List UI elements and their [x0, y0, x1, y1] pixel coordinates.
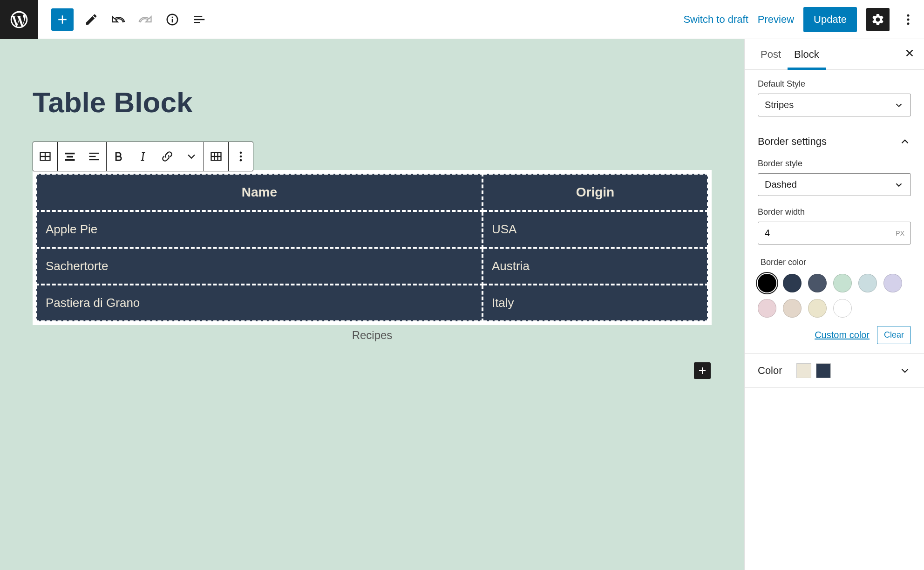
color-swatch-pink[interactable] [758, 299, 776, 318]
color-swatch-lightblue[interactable] [858, 274, 877, 292]
color-swatch-mint[interactable] [833, 274, 852, 292]
default-style-section: Default Style Stripes [745, 70, 924, 126]
settings-button[interactable] [866, 8, 890, 31]
kebab-icon [234, 150, 247, 163]
table-caption[interactable]: Recipes [33, 329, 712, 342]
border-settings-section: Border settings Border style Dashed Bord… [745, 126, 924, 354]
color-preview-bg [816, 363, 831, 378]
table-row: Sachertorte Austria [36, 248, 708, 285]
wordpress-icon [9, 9, 29, 30]
link-button[interactable] [155, 142, 179, 171]
chevron-down-icon [894, 180, 904, 190]
svg-line-17 [143, 153, 143, 160]
bold-button[interactable] [107, 142, 131, 171]
chevron-down-icon [185, 150, 198, 163]
color-preview-text [796, 363, 811, 378]
add-block-button[interactable] [51, 8, 74, 31]
svg-point-4 [907, 18, 910, 20]
table-cell[interactable]: Pastiera di Grano [36, 285, 482, 321]
info-icon [165, 13, 179, 27]
edit-table-button[interactable] [204, 142, 228, 171]
svg-point-22 [240, 152, 242, 154]
color-swatch-lavender[interactable] [883, 274, 902, 292]
border-settings-header[interactable]: Border settings [758, 136, 911, 148]
svg-rect-10 [67, 156, 73, 158]
align-button[interactable] [58, 142, 82, 171]
top-toolbar: Switch to draft Preview Update [0, 0, 924, 39]
table-cell[interactable]: Italy [482, 285, 708, 321]
update-button[interactable]: Update [803, 7, 857, 32]
link-icon [161, 150, 174, 163]
block-type-table-button[interactable] [33, 142, 57, 171]
border-style-label: Border style [758, 159, 911, 169]
gear-icon [871, 13, 885, 27]
table-cell[interactable]: Sachertorte [36, 248, 482, 285]
kebab-icon [901, 13, 915, 27]
page-title[interactable]: Table Block [33, 86, 712, 119]
svg-point-3 [907, 14, 910, 16]
clear-color-button[interactable]: Clear [877, 326, 911, 344]
close-icon [904, 48, 915, 58]
color-swatch-slate[interactable] [808, 274, 827, 292]
more-formatting-button[interactable] [179, 142, 204, 171]
color-swatch-black[interactable] [758, 274, 776, 292]
redo-button[interactable] [136, 10, 155, 29]
svg-rect-14 [89, 159, 99, 160]
color-swatch-darkblue[interactable] [783, 274, 802, 292]
table-icon [39, 150, 52, 163]
list-view-icon [192, 13, 206, 27]
custom-color-link[interactable]: Custom color [815, 330, 870, 340]
align-center-icon [63, 150, 76, 163]
align-left-icon [88, 150, 101, 163]
table-header-cell[interactable]: Origin [482, 174, 708, 211]
pencil-icon [84, 13, 98, 27]
undo-icon [111, 13, 125, 27]
default-style-value: Stripes [765, 100, 794, 110]
svg-rect-12 [89, 153, 99, 154]
text-align-button[interactable] [82, 142, 106, 171]
chevron-down-icon [899, 365, 911, 377]
italic-button[interactable] [131, 142, 155, 171]
more-options-button[interactable] [899, 10, 917, 29]
bold-icon [112, 150, 125, 163]
table-header-row: Name Origin [36, 174, 708, 211]
color-section-header[interactable]: Color [758, 363, 911, 378]
preview-button[interactable]: Preview [758, 14, 794, 26]
table-cell[interactable]: USA [482, 211, 708, 248]
table-row: Pastiera di Grano Italy [36, 285, 708, 321]
table-cell[interactable]: Apple Pie [36, 211, 482, 248]
close-sidebar-button[interactable] [904, 47, 915, 61]
border-width-unit: PX [896, 230, 904, 237]
table-block[interactable]: Name Origin Apple Pie USA Sachertorte Au… [33, 170, 712, 325]
color-swatch-beige[interactable] [783, 299, 802, 318]
table-cell[interactable]: Austria [482, 248, 708, 285]
switch-to-draft-button[interactable]: Switch to draft [683, 14, 748, 26]
border-width-label: Border width [758, 207, 911, 217]
undo-button[interactable] [109, 10, 128, 29]
wordpress-logo[interactable] [0, 0, 38, 39]
border-style-select[interactable]: Dashed [758, 173, 911, 196]
border-color-swatches [758, 274, 911, 318]
add-block-inline-button[interactable] [694, 362, 711, 379]
tab-block[interactable]: Block [788, 39, 826, 70]
border-style-value: Dashed [765, 179, 797, 190]
block-toolbar [33, 142, 253, 171]
settings-sidebar: Post Block Default Style Stripes Border … [744, 39, 924, 570]
default-style-label: Default Style [758, 79, 911, 89]
color-swatch-white[interactable] [833, 299, 852, 318]
table-row: Apple Pie USA [36, 211, 708, 248]
table-edit-icon [210, 150, 223, 163]
plus-icon [697, 365, 708, 376]
tab-post[interactable]: Post [754, 39, 788, 70]
border-width-input[interactable] [758, 222, 911, 244]
default-style-select[interactable]: Stripes [758, 94, 911, 116]
color-swatch-cream[interactable] [808, 299, 827, 318]
info-button[interactable] [163, 10, 182, 29]
svg-rect-13 [89, 156, 96, 157]
list-view-button[interactable] [190, 10, 209, 29]
editor-canvas: Table Block [0, 39, 744, 570]
color-section: Color [745, 354, 924, 388]
edit-mode-button[interactable] [82, 10, 101, 29]
block-more-button[interactable] [229, 142, 253, 171]
table-header-cell[interactable]: Name [36, 174, 482, 211]
